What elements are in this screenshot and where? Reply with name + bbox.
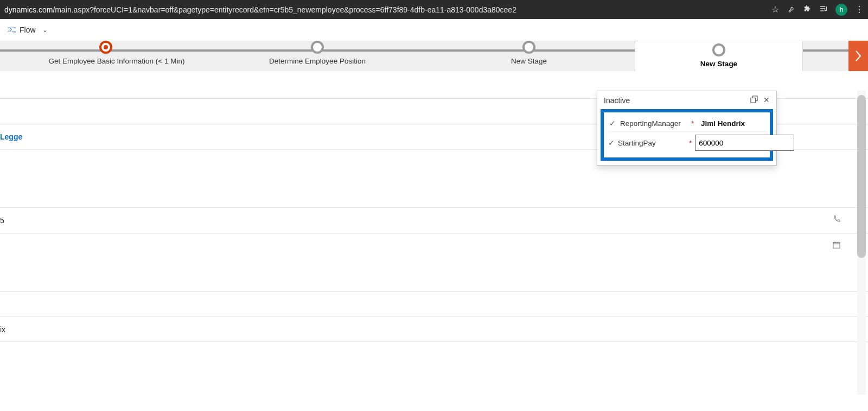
dock-icon[interactable]: [750, 96, 758, 105]
stage-node: [522, 41, 535, 54]
field-label: ReportingManager: [620, 119, 688, 128]
url-domain: dynamics.com: [4, 5, 53, 14]
stage-determine-position[interactable]: Determine Employee Position: [212, 41, 423, 65]
chevron-down-icon: ⌄: [42, 26, 48, 34]
form-spacer: [0, 258, 868, 291]
form-row-date[interactable]: [0, 233, 868, 258]
browser-chrome-bar: dynamics.com/main.aspx?forceUCI=1&navbar…: [0, 0, 868, 19]
business-process-flow: Get Employee Basic Information (< 1 Min)…: [0, 41, 868, 71]
field-trail: 5: [0, 216, 4, 225]
stage-new-2[interactable]: New Stage: [635, 41, 803, 71]
stage-label: Get Employee Basic Information (< 1 Min): [49, 57, 185, 65]
field-value[interactable]: Jimi Hendrix: [699, 119, 765, 128]
stage-flyout: Inactive ✕ ✓ ReportingManager * Jimi Hen…: [597, 91, 777, 166]
calendar-icon[interactable]: [832, 241, 841, 251]
check-icon: ✓: [608, 138, 615, 147]
phone-icon[interactable]: [832, 215, 841, 226]
required-indicator: *: [691, 119, 695, 128]
key-icon[interactable]: [787, 4, 795, 15]
field-starting-pay[interactable]: ✓ StartingPay *: [606, 131, 768, 154]
stage-node: [311, 41, 324, 54]
required-indicator: *: [689, 139, 692, 147]
flow-label: Flow: [20, 26, 36, 34]
form-row-phone[interactable]: 5: [0, 207, 868, 233]
field-label: StartingPay: [618, 139, 686, 147]
close-icon[interactable]: ✕: [763, 96, 770, 105]
stage-node-current: [99, 41, 112, 54]
stage-label: New Stage: [700, 60, 737, 68]
flow-menu-button[interactable]: Flow ⌄: [3, 23, 51, 37]
stage-node: [712, 43, 725, 56]
field-reporting-manager[interactable]: ✓ ReportingManager * Jimi Hendrix: [606, 116, 768, 131]
vertical-scrollbar[interactable]: [857, 91, 866, 395]
flyout-title: Inactive: [604, 96, 630, 105]
flyout-body: ✓ ReportingManager * Jimi Hendrix ✓ Star…: [601, 109, 773, 161]
star-icon[interactable]: ☆: [771, 4, 779, 15]
stage-new-1[interactable]: New Stage: [423, 41, 635, 65]
svg-rect-3: [833, 242, 840, 248]
check-icon: ✓: [608, 119, 617, 128]
stage-basic-info[interactable]: Get Employee Basic Information (< 1 Min): [0, 41, 212, 65]
svg-rect-2: [751, 98, 756, 103]
form-row[interactable]: ix: [0, 317, 868, 342]
form-row[interactable]: [0, 291, 868, 317]
form-spacer: [0, 175, 868, 207]
starting-pay-input[interactable]: [695, 135, 794, 151]
stage-label: Determine Employee Position: [269, 57, 366, 65]
scrollbar-thumb[interactable]: [857, 95, 866, 258]
profile-avatar[interactable]: h: [835, 4, 847, 16]
stage-label: New Stage: [511, 57, 547, 65]
kebab-menu-icon[interactable]: ⋮: [855, 4, 864, 15]
lookup-link[interactable]: Legge: [0, 132, 22, 141]
address-bar[interactable]: dynamics.com/main.aspx?forceUCI=1&navbar…: [4, 5, 766, 14]
extensions-icon[interactable]: [803, 4, 812, 15]
field-trail: ix: [0, 325, 5, 334]
url-path: /main.aspx?forceUCI=1&navbar=off&pagetyp…: [53, 5, 516, 14]
next-stage-button[interactable]: [848, 41, 868, 71]
command-bar: Flow ⌄: [0, 19, 868, 41]
svg-point-1: [15, 31, 16, 32]
reading-list-icon[interactable]: [819, 4, 828, 15]
svg-point-0: [15, 27, 16, 28]
flow-icon: [7, 25, 16, 35]
